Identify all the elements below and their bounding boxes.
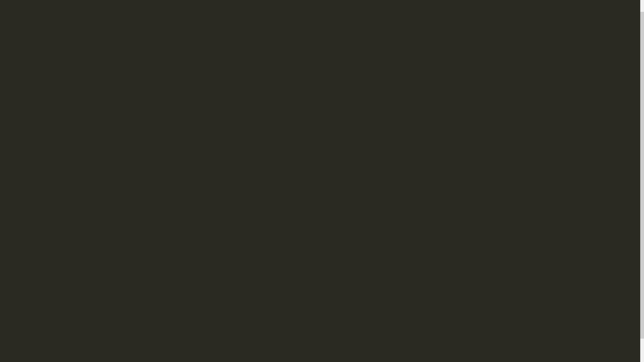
scrollbar-thumb[interactable]	[640, 12, 644, 339]
terminal-output	[0, 0, 640, 362]
scroll-down-icon[interactable]	[640, 350, 644, 362]
scrollbar[interactable]	[640, 0, 644, 362]
scroll-up-icon[interactable]	[640, 0, 644, 12]
